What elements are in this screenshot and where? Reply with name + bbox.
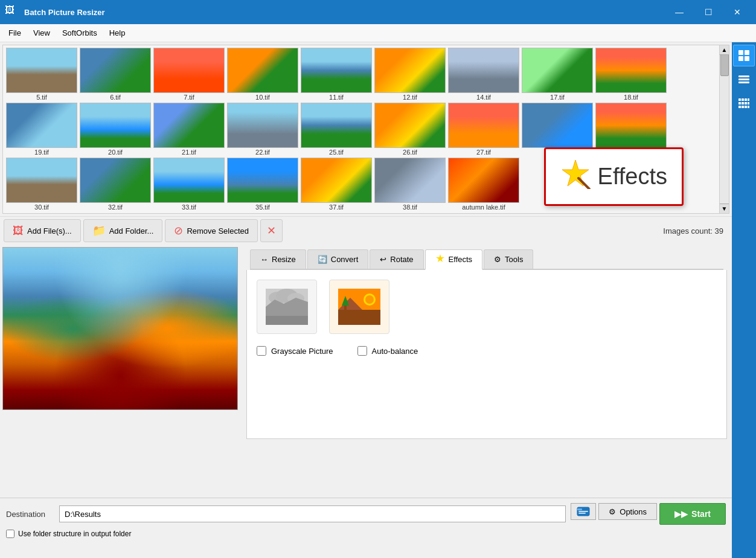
svg-rect-29 — [738, 82, 749, 83]
list-item[interactable]: 12.tif — [374, 48, 446, 101]
list-item[interactable]: 20.tif — [79, 103, 152, 156]
list-item[interactable]: 17.tif — [521, 48, 594, 101]
close-button[interactable]: ✕ — [723, 2, 751, 22]
scroll-up-button[interactable]: ▲ — [720, 45, 729, 55]
svg-rect-39 — [742, 106, 744, 108]
tabs-bar: ↔ Resize 🔄 Convert ↩ Rotate — [250, 249, 723, 270]
color-svg — [338, 289, 380, 325]
svg-marker-0 — [562, 160, 589, 186]
app-title: Batch Picture Resizer — [24, 8, 665, 17]
clear-button[interactable]: ✕ — [260, 219, 283, 242]
add-folder-label: Add Folder... — [109, 226, 154, 236]
tab-convert[interactable]: 🔄 Convert — [307, 249, 369, 269]
destination-label: Destination — [6, 510, 54, 519]
autobalance-check-label[interactable]: Auto-balance — [357, 346, 418, 356]
lower-section: ↔ Resize 🔄 Convert ↩ Rotate — [0, 245, 732, 498]
list-item[interactable]: 6.tif — [79, 48, 152, 101]
menu-view[interactable]: View — [27, 26, 56, 40]
remove-selected-button[interactable]: ⊘ Remove Selected — [165, 219, 258, 242]
maximize-button[interactable]: ☐ — [694, 2, 722, 22]
svg-rect-38 — [738, 106, 741, 108]
minimize-button[interactable]: — — [665, 2, 693, 22]
list-item[interactable]: 7.tif — [153, 48, 225, 101]
tab-resize[interactable]: ↔ Resize — [250, 249, 306, 269]
resize-icon: ↔ — [260, 255, 268, 264]
svg-rect-40 — [745, 106, 747, 108]
list-item[interactable]: 27.tif — [447, 103, 520, 156]
browse-icon — [577, 505, 590, 519]
clear-icon: ✕ — [267, 224, 276, 237]
list-item[interactable]: 22.tif — [226, 103, 299, 156]
toolbar: 🖼 Add File(s)... 📁 Add Folder... ⊘ Remov… — [0, 216, 732, 245]
bottom-panel: Destination ⚙ — [0, 498, 732, 558]
window-controls: — ☐ ✕ — [665, 2, 751, 22]
menu-file[interactable]: File — [2, 26, 27, 40]
menu-help[interactable]: Help — [103, 26, 132, 40]
svg-rect-24 — [745, 50, 749, 55]
list-item[interactable]: autumn lake.tif — [447, 158, 520, 211]
list-view-button[interactable] — [733, 69, 755, 91]
svg-rect-28 — [738, 79, 749, 80]
tab-rotate[interactable]: ↩ Rotate — [370, 249, 423, 269]
side-icons-panel — [732, 42, 756, 558]
preview-image — [3, 248, 237, 409]
list-item[interactable]: 10.tif — [226, 48, 299, 101]
svg-rect-26 — [745, 56, 749, 61]
svg-rect-10 — [266, 316, 308, 325]
list-item[interactable]: 38.tif — [374, 158, 446, 211]
svg-rect-32 — [745, 98, 747, 101]
svg-rect-23 — [738, 50, 743, 55]
tab-effects[interactable]: Effects — [425, 249, 483, 270]
svg-rect-21 — [578, 511, 588, 512]
color-effect-box[interactable] — [329, 280, 389, 334]
grayscale-check-label[interactable]: Grayscale Picture — [257, 346, 333, 356]
effects-popup-text: Effects — [598, 164, 667, 190]
list-item[interactable]: 21.tif — [153, 103, 225, 156]
list-item[interactable]: 26.tif — [374, 103, 446, 156]
svg-rect-15 — [338, 310, 380, 325]
scrollbar-track[interactable]: ▲ ▼ — [719, 45, 729, 213]
add-folder-button[interactable]: 📁 Add Folder... — [83, 219, 163, 242]
grid-large-view-button[interactable] — [733, 45, 755, 66]
start-button[interactable]: ▶▶ Start — [659, 503, 726, 525]
grid-small-view-button[interactable] — [733, 93, 755, 115]
list-item[interactable]: 30.tif — [5, 158, 78, 211]
svg-rect-20 — [577, 508, 582, 510]
svg-rect-41 — [748, 106, 749, 108]
list-item[interactable]: 37.tif — [300, 158, 373, 211]
folder-structure-checkbox[interactable] — [6, 530, 14, 538]
list-item[interactable]: 19.tif — [5, 103, 78, 156]
tab-tools-label: Tools — [505, 255, 523, 264]
list-item[interactable]: 33.tif — [153, 158, 225, 211]
list-item[interactable]: 5.tif — [5, 48, 78, 101]
gear-icon: ⚙ — [609, 507, 616, 516]
menu-softorbits[interactable]: SoftOrbits — [56, 26, 103, 40]
svg-rect-33 — [748, 98, 749, 101]
browse-button[interactable] — [571, 503, 596, 520]
list-item[interactable]: 14.tif — [447, 48, 520, 101]
svg-rect-25 — [738, 56, 743, 61]
scroll-down-button[interactable]: ▼ — [720, 204, 729, 213]
main-content: 5.tif 6.tif 7.tif 10.tif 11.tif — [0, 42, 756, 558]
options-button[interactable]: ⚙ Options — [598, 503, 657, 520]
list-item[interactable]: 25.tif — [300, 103, 373, 156]
scrollbar-thumb[interactable] — [720, 52, 729, 76]
folder-structure-row: Use folder structure in output folder — [6, 530, 726, 538]
list-item[interactable]: 18.tif — [595, 48, 667, 101]
list-item[interactable]: 11.tif — [300, 48, 373, 101]
tab-effects-label: Effects — [449, 255, 473, 264]
grayscale-checkbox[interactable] — [257, 346, 266, 356]
svg-rect-30 — [738, 98, 741, 101]
add-files-button[interactable]: 🖼 Add File(s)... — [4, 219, 81, 242]
list-item[interactable]: 35.tif — [226, 158, 299, 211]
grayscale-effect-box[interactable] — [257, 280, 317, 334]
options-label: Options — [620, 507, 647, 516]
destination-input[interactable] — [59, 505, 566, 522]
autobalance-label: Auto-balance — [372, 347, 418, 356]
tab-tools[interactable]: ⚙ Tools — [484, 249, 533, 269]
preview-column — [2, 245, 244, 498]
effect-icons — [257, 280, 717, 334]
autobalance-checkbox[interactable] — [357, 346, 367, 356]
effects-options: Grayscale Picture Auto-balance — [257, 280, 717, 356]
list-item[interactable]: 32.tif — [79, 158, 152, 211]
